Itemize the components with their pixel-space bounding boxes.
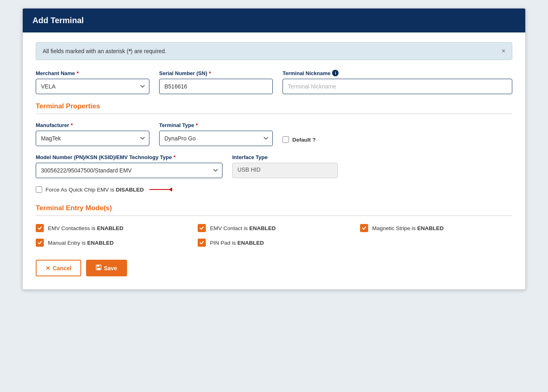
merchant-name-select[interactable]: VELA xyxy=(36,79,149,94)
emv-contact-label: EMV Contact is ENABLED xyxy=(210,225,276,231)
default-checkbox-group: Default ? xyxy=(283,136,364,143)
terminal-nickname-group: Terminal Nickname i xyxy=(283,70,512,94)
entry-mode-emv-contact: EMV Contact is ENABLED xyxy=(198,224,350,232)
terminal-properties-title: Terminal Properties xyxy=(36,102,512,110)
alert-close-button[interactable]: × xyxy=(502,47,505,55)
terminal-type-group: Terminal Type* DynaPro Go xyxy=(159,122,273,146)
pin-pad-label: PIN Pad is ENABLED xyxy=(210,240,264,246)
entry-mode-pin-pad: PIN Pad is ENABLED xyxy=(198,239,350,247)
default-checkbox[interactable] xyxy=(283,136,289,143)
entry-mode-magnetic-stripe: Magnetic Stripe is ENABLED xyxy=(360,224,512,232)
interface-type-value: USB HID xyxy=(232,163,338,178)
manufacturer-label: Manufacturer* xyxy=(36,122,149,128)
force-quick-chip-checkbox[interactable] xyxy=(36,186,42,193)
manufacturer-group: Manufacturer* MagTek xyxy=(36,122,149,146)
modal-title: Add Terminal xyxy=(32,16,84,25)
interface-type-label: Interface Type xyxy=(232,154,338,160)
button-row: ✕ Cancel Save xyxy=(36,260,512,276)
red-arrow-indicator xyxy=(149,186,174,193)
terminal-type-label: Terminal Type* xyxy=(159,122,273,128)
terminal-properties-divider xyxy=(36,114,512,114)
terminal-nickname-input[interactable] xyxy=(283,79,512,94)
magnetic-stripe-label: Magnetic Stripe is ENABLED xyxy=(372,225,444,231)
alert-message: All fields marked with an asterisk (*) a… xyxy=(43,48,166,54)
emv-contactless-label: EMV Contactless is ENABLED xyxy=(48,225,123,231)
model-number-row: Model Number (PN)/KSN (KSID)/EMV Technol… xyxy=(36,154,512,178)
model-number-label: Model Number (PN)/KSN (KSID)/EMV Technol… xyxy=(36,154,222,160)
alert-bar: All fields marked with an asterisk (*) a… xyxy=(36,42,512,60)
terminal-nickname-info-icon[interactable]: i xyxy=(332,70,339,76)
force-quick-chip-row: Force As Quick Chip EMV is DISABLED xyxy=(36,186,512,193)
manual-entry-checkbox[interactable] xyxy=(36,239,44,247)
model-number-select[interactable]: 30056222/95047500/Standard EMV xyxy=(36,163,222,178)
merchant-name-group: Merchant Name* VELA xyxy=(36,70,149,94)
svg-rect-1 xyxy=(97,265,99,267)
modal-header: Add Terminal xyxy=(23,9,525,32)
cancel-label: Cancel xyxy=(53,265,71,271)
terminal-nickname-label: Terminal Nickname i xyxy=(283,70,512,76)
entry-mode-emv-contactless: EMV Contactless is ENABLED xyxy=(36,224,188,232)
terminal-entry-modes-title: Terminal Entry Mode(s) xyxy=(36,204,512,212)
magnetic-stripe-checkbox[interactable] xyxy=(360,224,368,232)
default-group: Default ? xyxy=(283,134,364,146)
save-icon xyxy=(96,265,101,271)
emv-contact-checkbox[interactable] xyxy=(198,224,206,232)
force-quick-chip-label[interactable]: Force As Quick Chip EMV is DISABLED xyxy=(45,187,144,193)
save-label: Save xyxy=(104,265,117,271)
serial-number-label: Serial Number (SN)* xyxy=(159,70,273,76)
terminal-type-select[interactable]: DynaPro Go xyxy=(159,131,273,146)
terminal-entry-modes-divider xyxy=(36,215,512,216)
model-number-group: Model Number (PN)/KSN (KSID)/EMV Technol… xyxy=(36,154,222,178)
manufacturer-select[interactable]: MagTek xyxy=(36,131,149,146)
add-terminal-modal: Add Terminal All fields marked with an a… xyxy=(22,8,526,290)
svg-rect-2 xyxy=(97,268,100,269)
default-checkbox-label[interactable]: Default ? xyxy=(292,137,316,143)
interface-type-group: Interface Type USB HID xyxy=(232,154,338,178)
serial-number-input[interactable] xyxy=(159,79,273,94)
cancel-icon: ✕ xyxy=(45,265,50,271)
emv-contactless-checkbox[interactable] xyxy=(36,224,44,232)
modal-body: All fields marked with an asterisk (*) a… xyxy=(23,32,525,289)
cancel-button[interactable]: ✕ Cancel xyxy=(36,260,81,276)
manual-entry-label: Manual Entry is ENABLED xyxy=(48,240,114,246)
manufacturer-row: Manufacturer* MagTek Terminal Type* Dyna… xyxy=(36,122,512,146)
merchant-name-label: Merchant Name* xyxy=(36,70,149,76)
top-fields-row: Merchant Name* VELA Serial Number (SN)* … xyxy=(36,70,512,94)
serial-number-group: Serial Number (SN)* xyxy=(159,70,273,94)
pin-pad-checkbox[interactable] xyxy=(198,239,206,247)
save-button[interactable]: Save xyxy=(86,260,127,276)
entry-modes-grid: EMV Contactless is ENABLED EMV Contact i… xyxy=(36,224,512,247)
entry-mode-manual-entry: Manual Entry is ENABLED xyxy=(36,239,188,247)
